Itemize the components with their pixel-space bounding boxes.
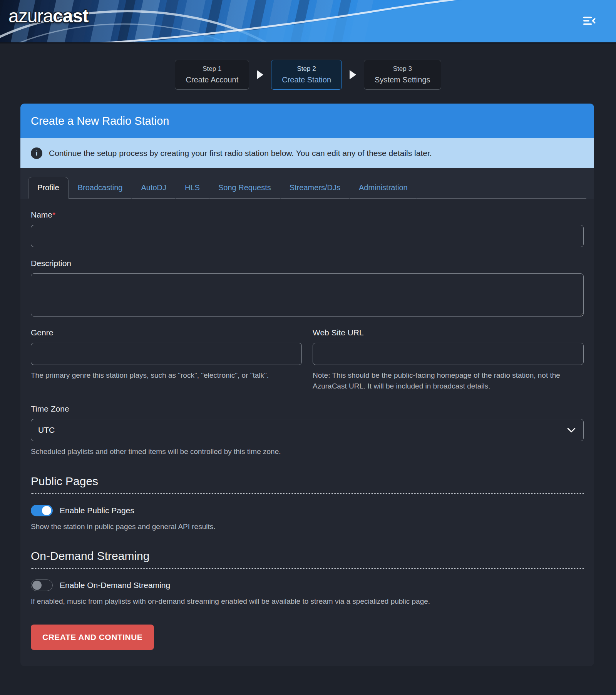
step-label: Create Account bbox=[186, 75, 238, 84]
create-and-continue-button[interactable]: CREATE AND CONTINUE bbox=[31, 625, 154, 650]
name-field-group: Name* bbox=[31, 210, 584, 247]
step-number: Step 2 bbox=[282, 65, 331, 73]
arrow-right-icon bbox=[350, 70, 356, 79]
tab-strip-filler bbox=[417, 177, 586, 199]
timezone-select[interactable]: UTC bbox=[31, 419, 584, 441]
tab-song-requests[interactable]: Song Requests bbox=[209, 177, 280, 199]
website-field-group: Web Site URL Note: This should be the pu… bbox=[313, 328, 584, 391]
azuracast-logo[interactable]: azuracast bbox=[8, 7, 88, 25]
section-divider bbox=[31, 568, 584, 569]
info-icon: i bbox=[31, 147, 42, 159]
on-demand-toggle-label: Enable On-Demand Streaming bbox=[60, 581, 170, 590]
chevron-down-icon bbox=[567, 428, 576, 433]
page-title: Create a New Radio Station bbox=[31, 115, 169, 127]
sidebar-toggle-button[interactable] bbox=[581, 13, 597, 28]
genre-label: Genre bbox=[31, 328, 302, 337]
description-label: Description bbox=[31, 259, 584, 268]
public-pages-toggle-row: Enable Public Pages bbox=[31, 505, 584, 516]
menu-collapse-icon bbox=[582, 13, 596, 28]
name-label: Name* bbox=[31, 210, 584, 219]
step-label: System Settings bbox=[375, 75, 430, 84]
toggle-knob bbox=[42, 506, 51, 515]
timezone-label: Time Zone bbox=[31, 404, 584, 414]
tab-broadcasting[interactable]: Broadcasting bbox=[69, 177, 132, 199]
logo-text-azura: azura bbox=[8, 6, 53, 26]
tab-hls[interactable]: HLS bbox=[176, 177, 209, 199]
description-input[interactable] bbox=[31, 273, 584, 317]
app-header: azuracast bbox=[0, 0, 616, 44]
tab-autodj[interactable]: AutoDJ bbox=[132, 177, 176, 199]
website-help-text: Note: This should be the public-facing h… bbox=[313, 370, 584, 391]
info-alert: i Continue the setup process by creating… bbox=[20, 138, 594, 168]
tab-administration[interactable]: Administration bbox=[350, 177, 417, 199]
arrow-right-icon bbox=[257, 70, 263, 79]
step-1-create-account: Step 1 Create Account bbox=[175, 60, 249, 90]
setup-step-indicator: Step 1 Create Account Step 2 Create Stat… bbox=[0, 60, 616, 90]
genre-help-text: The primary genre this station plays, su… bbox=[31, 370, 302, 381]
station-tabs: Profile Broadcasting AutoDJ HLS Song Req… bbox=[20, 168, 594, 199]
on-demand-help-text: If enabled, music from playlists with on… bbox=[31, 596, 584, 607]
genre-input[interactable] bbox=[31, 343, 302, 365]
on-demand-heading: On-Demand Streaming bbox=[31, 549, 584, 563]
website-url-input[interactable] bbox=[313, 343, 584, 365]
public-pages-toggle-label: Enable Public Pages bbox=[60, 506, 134, 515]
header-artwork bbox=[0, 0, 616, 42]
public-pages-help-text: Show the station in public pages and gen… bbox=[31, 521, 584, 532]
name-input[interactable] bbox=[31, 225, 584, 247]
tab-profile[interactable]: Profile bbox=[28, 177, 69, 199]
profile-tab-panel: Name* Description Genre The primary genr… bbox=[20, 199, 594, 666]
section-divider bbox=[31, 493, 584, 494]
info-alert-text: Continue the setup process by creating y… bbox=[49, 149, 432, 158]
step-label: Create Station bbox=[282, 75, 331, 84]
timezone-selected-value: UTC bbox=[38, 425, 55, 435]
on-demand-toggle-row: Enable On-Demand Streaming bbox=[31, 579, 584, 591]
tab-streamers-djs[interactable]: Streamers/DJs bbox=[280, 177, 350, 199]
timezone-field-group: Time Zone UTC Scheduled playlists and ot… bbox=[31, 404, 584, 457]
logo-text-cast: cast bbox=[53, 6, 88, 26]
public-pages-heading: Public Pages bbox=[31, 475, 584, 488]
website-label: Web Site URL bbox=[313, 328, 584, 337]
create-station-card: Create a New Radio Station i Continue th… bbox=[20, 104, 594, 666]
card-header: Create a New Radio Station bbox=[20, 104, 594, 138]
step-number: Step 3 bbox=[375, 65, 430, 73]
genre-website-row: Genre The primary genre this station pla… bbox=[31, 328, 584, 391]
step-number: Step 1 bbox=[186, 65, 238, 73]
enable-public-pages-toggle[interactable] bbox=[31, 505, 53, 516]
step-2-create-station: Step 2 Create Station bbox=[271, 60, 342, 90]
required-asterisk: * bbox=[52, 210, 55, 219]
timezone-help-text: Scheduled playlists and other timed item… bbox=[31, 446, 584, 457]
description-field-group: Description bbox=[31, 259, 584, 317]
genre-field-group: Genre The primary genre this station pla… bbox=[31, 328, 302, 391]
step-3-system-settings: Step 3 System Settings bbox=[364, 60, 441, 90]
toggle-knob bbox=[32, 581, 42, 590]
enable-on-demand-toggle[interactable] bbox=[31, 579, 53, 591]
